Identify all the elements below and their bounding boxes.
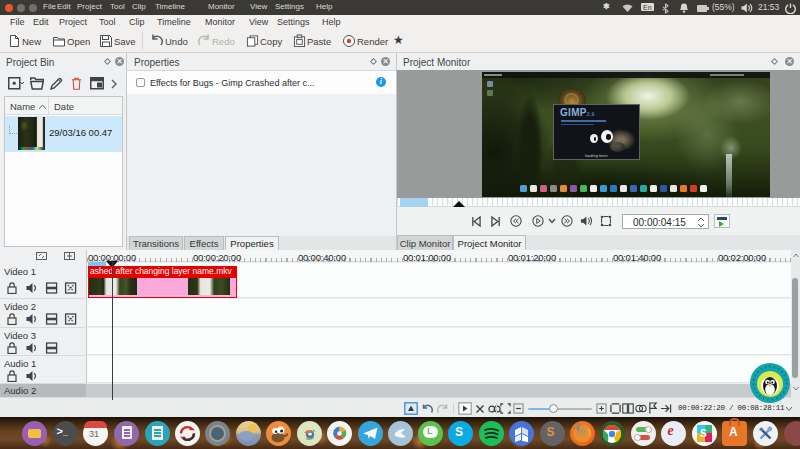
svg-text:S: S — [700, 428, 707, 439]
